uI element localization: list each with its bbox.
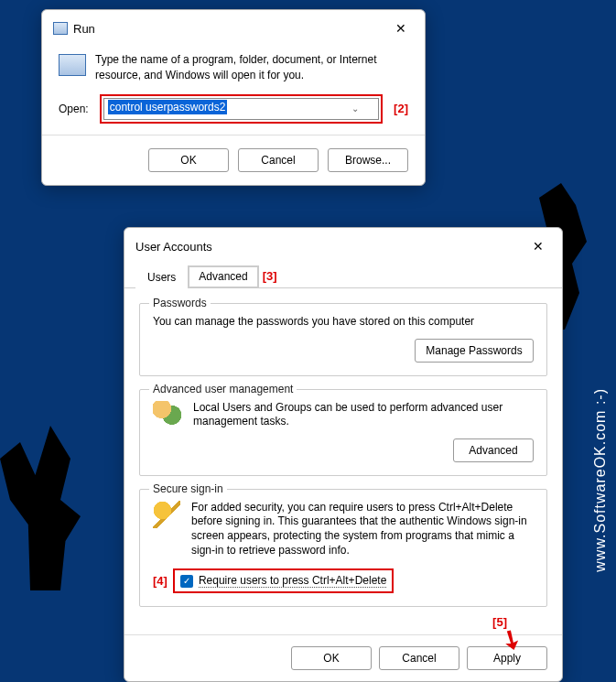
ua-title: User Accounts [135, 240, 212, 254]
passwords-text: You can manage the passwords you have st… [153, 315, 534, 330]
advanced-button[interactable]: Advanced [453, 438, 534, 462]
run-window-icon [59, 54, 86, 76]
advanced-legend: Advanced user management [149, 383, 297, 395]
annotation-2: [2] [394, 102, 408, 115]
secure-signin-group: Secure sign-in For added security, you c… [139, 489, 547, 607]
run-dialog: Run ✕ Type the name of a program, folder… [41, 9, 426, 186]
watermark: www.SoftwareOK.com :-) [592, 388, 609, 572]
ua-tabs: Users Advanced [3] [124, 265, 562, 288]
checkbox-checked-icon[interactable]: ✓ [180, 575, 193, 588]
people-icon [153, 401, 182, 427]
ua-titlebar[interactable]: User Accounts ✕ [124, 228, 562, 265]
run-input-highlight: control userpasswords2 ⌄ [100, 94, 383, 124]
open-label: Open: [59, 103, 89, 115]
run-title: Run [73, 22, 95, 36]
run-open-row: Open: control userpasswords2 ⌄ [2] [42, 89, 425, 135]
passwords-legend: Passwords [149, 297, 211, 309]
manage-passwords-button[interactable]: Manage Passwords [415, 339, 534, 363]
run-description: Type the name of a program, folder, docu… [95, 52, 408, 83]
tab-users[interactable]: Users [135, 265, 188, 288]
run-icon [53, 22, 68, 35]
ok-button[interactable]: OK [148, 148, 229, 172]
close-icon[interactable]: ✕ [388, 19, 414, 38]
key-icon [153, 501, 180, 528]
annotation-3: [3] [263, 269, 277, 283]
run-titlebar[interactable]: Run ✕ [42, 10, 425, 43]
ua-body: Passwords You can manage the passwords y… [124, 288, 562, 634]
browse-button[interactable]: Browse... [328, 148, 408, 172]
require-cad-row[interactable]: ✓ Require users to press Ctrl+Alt+Delete [173, 568, 394, 593]
cancel-button[interactable]: Cancel [238, 148, 319, 172]
user-accounts-dialog: User Accounts ✕ Users Advanced [3] Passw… [124, 227, 563, 682]
cancel-button[interactable]: Cancel [379, 646, 459, 670]
secure-text: For added security, you can require user… [191, 501, 534, 558]
advanced-group: Advanced user management Local Users and… [139, 389, 547, 476]
run-button-row: OK Cancel Browse... [42, 135, 425, 185]
chevron-down-icon[interactable]: ⌄ [351, 103, 359, 114]
decorative-silhouette-left [0, 426, 101, 590]
open-input[interactable]: control userpasswords2 [103, 98, 379, 120]
passwords-group: Passwords You can manage the passwords y… [139, 303, 547, 376]
close-icon[interactable]: ✕ [525, 237, 551, 255]
run-body: Type the name of a program, folder, docu… [42, 43, 425, 89]
secure-legend: Secure sign-in [149, 482, 227, 495]
ua-button-row: [5] ➘ OK Cancel Apply [124, 634, 562, 681]
ok-button[interactable]: OK [291, 646, 372, 670]
advanced-text: Local Users and Groups can be used to pe… [193, 401, 534, 429]
annotation-4: [4] [153, 574, 168, 588]
require-cad-label: Require users to press Ctrl+Alt+Delete [199, 574, 386, 588]
open-input-value: control userpasswords2 [108, 100, 228, 114]
tab-advanced[interactable]: Advanced [188, 265, 258, 288]
